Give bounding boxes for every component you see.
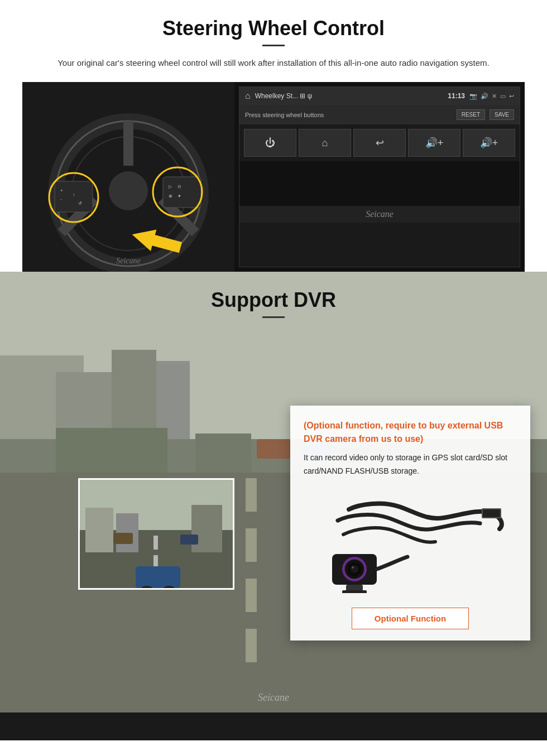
steering-section: Steering Wheel Control Your original car…: [0, 0, 547, 272]
svg-rect-44: [85, 508, 113, 552]
dvr-section: Support DVR (Optional functi: [0, 272, 547, 712]
dvr-info-card: (Optional function, require to buy exter…: [290, 406, 530, 641]
home-button[interactable]: ⌂: [299, 129, 351, 157]
reset-button[interactable]: RESET: [457, 109, 485, 120]
steering-seicane-watermark: Seicane: [239, 206, 520, 223]
steering-wheel-svg: + - ↑ ↺ ▷ ⊙ ⊕ ✦ Seicane: [22, 82, 234, 272]
headunit-topbar: ⌂ Wheelkey St... ⊞ ψ 11:13 📷 🔊 ✕ ▭ ↩: [239, 87, 520, 105]
headunit-display: ⌂ Wheelkey St... ⊞ ψ 11:13 📷 🔊 ✕ ▭ ↩ Pre…: [239, 86, 520, 267]
vol-up-button[interactable]: 🔊+: [463, 129, 515, 157]
steering-title-divider: [262, 45, 285, 46]
svg-rect-51: [180, 535, 198, 545]
dvr-desc-text: It can record video only to storage in G…: [304, 451, 517, 478]
dvr-title: Support DVR: [0, 288, 547, 312]
svg-text:↺: ↺: [78, 201, 82, 206]
dvr-camera-illustration: [304, 487, 517, 599]
svg-rect-56: [483, 509, 500, 517]
svg-rect-52: [136, 566, 180, 589]
steering-composite-image: + - ↑ ↺ ▷ ⊙ ⊕ ✦ Seicane: [22, 82, 525, 272]
steering-wheel-photo: + - ↑ ↺ ▷ ⊙ ⊕ ✦ Seicane: [22, 82, 234, 272]
hu-time: 11:13: [448, 92, 465, 100]
svg-text:▷: ▷: [169, 184, 172, 189]
volume-icon: 🔊: [481, 93, 488, 100]
hu-home-icon: ⌂: [245, 91, 251, 101]
svg-rect-13: [163, 177, 201, 208]
camera-icon: 📷: [469, 93, 477, 100]
svg-text:↑: ↑: [73, 192, 75, 198]
back-button[interactable]: ↩: [353, 129, 406, 157]
save-button[interactable]: SAVE: [490, 109, 514, 120]
svg-rect-50: [113, 533, 133, 544]
screen-icon: ▭: [500, 93, 506, 100]
dvr-camera-svg: [315, 493, 505, 593]
headunit-buttons-grid: ⏻ ⌂ ↩ 🔊+ 🔊+: [239, 124, 520, 161]
headunit-controls-bar: Press steering wheel buttons RESET SAVE: [239, 105, 520, 124]
optional-function-button[interactable]: Optional Function: [352, 608, 469, 629]
hc-controls-label: Press steering wheel buttons: [245, 112, 452, 118]
back-icon: ↩: [509, 93, 514, 100]
hu-status-icons: 📷 🔊 ✕ ▭ ↩: [469, 93, 514, 100]
dvr-optional-text: (Optional function, require to buy exter…: [304, 419, 517, 446]
svg-text:✦: ✦: [177, 194, 181, 199]
svg-text:+: +: [60, 188, 63, 193]
steering-wheel-bg: + - ↑ ↺ ▷ ⊙ ⊕ ✦ Seicane: [22, 82, 234, 272]
dvr-title-area: Support DVR: [0, 272, 547, 324]
steering-subtitle: Your original car's steering wheel contr…: [22, 56, 525, 70]
svg-text:⊙: ⊙: [177, 184, 181, 189]
dvr-title-divider: [262, 316, 285, 318]
svg-text:-: -: [60, 196, 62, 201]
svg-point-60: [351, 565, 358, 573]
close-icon: ✕: [492, 93, 497, 100]
vol-down-button[interactable]: 🔊+: [408, 129, 460, 157]
dvr-seicane-watermark: Seicane: [258, 692, 289, 704]
svg-point-7: [109, 171, 148, 210]
power-button[interactable]: ⏻: [244, 129, 296, 157]
dvr-small-preview: [78, 478, 234, 590]
steering-title: Steering Wheel Control: [22, 17, 525, 40]
svg-point-61: [352, 566, 354, 569]
svg-rect-47: [153, 536, 158, 550]
svg-text:⊕: ⊕: [169, 194, 172, 199]
svg-text:Seicane: Seicane: [116, 257, 141, 265]
steering-headunit: ⌂ Wheelkey St... ⊞ ψ 11:13 📷 🔊 ✕ ▭ ↩ Pre…: [234, 82, 525, 272]
dvr-preview-svg: [80, 480, 234, 590]
svg-rect-46: [191, 505, 222, 552]
svg-rect-64: [342, 590, 367, 593]
hu-app-label: Wheelkey St... ⊞ ψ: [255, 92, 444, 100]
bottom-strip: [0, 712, 547, 740]
